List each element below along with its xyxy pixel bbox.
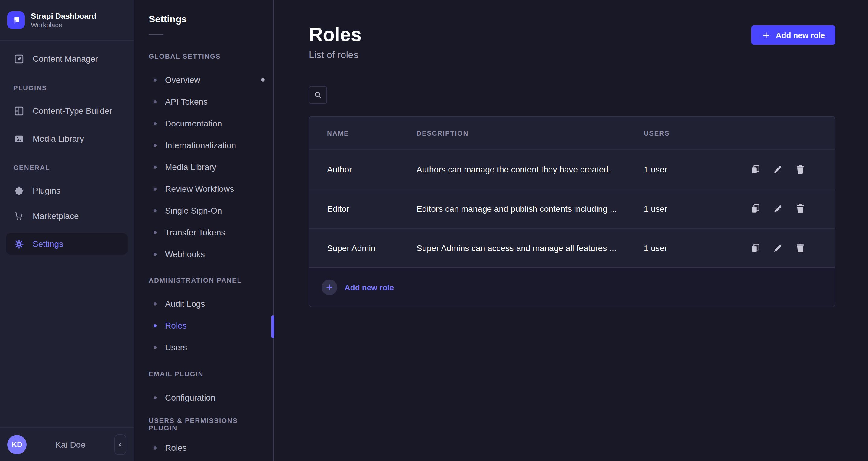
subnav-item-label: Overview bbox=[165, 75, 261, 85]
nav-item-label: Settings bbox=[33, 239, 63, 249]
edit-icon[interactable] bbox=[773, 164, 783, 175]
subnav-item-label: Media Library bbox=[165, 162, 216, 172]
table-row-author[interactable]: Author Authors can manage the content th… bbox=[309, 149, 835, 189]
plus-icon bbox=[762, 31, 771, 40]
plus-icon bbox=[321, 280, 337, 295]
strapi-logo-icon bbox=[7, 11, 25, 29]
subnav-item-label: Audit Logs bbox=[165, 299, 205, 309]
puzzle-icon bbox=[13, 185, 24, 196]
nav-item-media-library[interactable]: Media Library bbox=[6, 128, 128, 149]
subnav-item-media-library[interactable]: Media Library bbox=[134, 156, 273, 178]
subnav-section-email-plugin: EMAIL PLUGIN bbox=[134, 369, 273, 379]
nav-item-label: Marketplace bbox=[33, 211, 79, 221]
subnav-item-users[interactable]: Users bbox=[134, 336, 273, 358]
add-new-role-label: Add new role bbox=[776, 31, 825, 40]
layout-icon bbox=[13, 105, 24, 116]
nav-item-label: Content Manager bbox=[33, 54, 98, 63]
subnav-item-label: Users bbox=[165, 342, 187, 352]
nav-item-content-type-builder[interactable]: Content-Type Builder bbox=[6, 100, 128, 122]
collapse-nav-button[interactable] bbox=[114, 434, 126, 455]
row-actions bbox=[732, 164, 835, 175]
table-row-editor[interactable]: Editor Editors can manage and publish co… bbox=[309, 189, 835, 228]
subnav-item-audit-logs[interactable]: Audit Logs bbox=[134, 293, 273, 315]
nav-item-plugins[interactable]: Plugins bbox=[6, 180, 128, 201]
pen-square-icon bbox=[13, 53, 24, 64]
search-button[interactable] bbox=[309, 86, 327, 104]
strapi-admin-app: Strapi Dashboard Workplace Content Manag… bbox=[0, 0, 868, 461]
nav-item-label: Plugins bbox=[33, 186, 60, 195]
subnav-item-label: Roles bbox=[165, 321, 187, 330]
brand: Strapi Dashboard Workplace bbox=[0, 0, 133, 40]
delete-icon[interactable] bbox=[795, 203, 806, 214]
nav-section-general: GENERAL bbox=[6, 163, 128, 172]
edit-icon[interactable] bbox=[773, 203, 783, 214]
add-new-role-button[interactable]: Add new role bbox=[752, 25, 835, 45]
settings-subnav: Settings GLOBAL SETTINGS Overview API To… bbox=[134, 0, 274, 461]
subnav-item-label: Single Sign-On bbox=[165, 206, 222, 215]
cell-users: 1 user bbox=[644, 165, 732, 174]
cell-name: Super Admin bbox=[327, 243, 416, 253]
delete-icon[interactable] bbox=[795, 242, 806, 254]
main-nav-list: Content Manager PLUGINS Content-Type Bui… bbox=[0, 40, 133, 427]
subnav-item-single-sign-on[interactable]: Single Sign-On bbox=[134, 200, 273, 222]
subnav-item-roles[interactable]: Roles bbox=[134, 315, 273, 336]
nav-item-label: Content-Type Builder bbox=[33, 106, 112, 116]
duplicate-icon[interactable] bbox=[750, 164, 761, 175]
chevron-left-icon bbox=[117, 441, 123, 448]
nav-item-settings[interactable]: Settings bbox=[6, 233, 128, 255]
subnav-item-review-workflows[interactable]: Review Workflows bbox=[134, 178, 273, 200]
subnav-item-roles-up[interactable]: Roles bbox=[134, 437, 273, 459]
subnav-item-label: Review Workflows bbox=[165, 184, 234, 194]
cell-name: Editor bbox=[327, 204, 416, 213]
roles-table-card: NAME DESCRIPTION USERS Author Authors ca… bbox=[309, 116, 835, 307]
screen: Strapi Dashboard Workplace Content Manag… bbox=[0, 0, 868, 461]
nav-item-marketplace[interactable]: Marketplace bbox=[6, 205, 128, 227]
subnav-item-label: Internationalization bbox=[165, 140, 236, 150]
subnav-item-documentation[interactable]: Documentation bbox=[134, 113, 273, 134]
cart-icon bbox=[13, 210, 24, 222]
brand-subtitle: Workplace bbox=[31, 21, 96, 29]
column-header-name: NAME bbox=[327, 129, 416, 137]
subnav-item-webhooks[interactable]: Webhooks bbox=[134, 243, 273, 265]
subnav-item-label: Documentation bbox=[165, 119, 222, 128]
edit-icon[interactable] bbox=[773, 242, 783, 254]
subnav-divider bbox=[149, 34, 163, 35]
brand-title: Strapi Dashboard bbox=[31, 11, 96, 21]
subnav-item-label: Configuration bbox=[165, 393, 216, 402]
subnav-item-label: API Tokens bbox=[165, 97, 208, 107]
subnav-scrollbar-thumb[interactable] bbox=[271, 315, 274, 338]
user-row: KD Kai Doe bbox=[0, 427, 133, 461]
avatar[interactable]: KD bbox=[7, 435, 27, 454]
notification-dot bbox=[261, 78, 265, 82]
duplicate-icon[interactable] bbox=[750, 203, 761, 214]
page-subtitle: List of roles bbox=[309, 49, 835, 61]
cell-users: 1 user bbox=[644, 243, 732, 253]
subnav-section-global-settings: GLOBAL SETTINGS bbox=[134, 51, 273, 61]
table-row-super-admin[interactable]: Super Admin Super Admins can access and … bbox=[309, 228, 835, 267]
table-footer-add-role[interactable]: Add new role bbox=[309, 267, 835, 307]
delete-icon[interactable] bbox=[795, 164, 806, 175]
brand-text: Strapi Dashboard Workplace bbox=[31, 11, 96, 29]
subnav-item-label: Roles bbox=[165, 443, 187, 453]
main-nav: Strapi Dashboard Workplace Content Manag… bbox=[0, 0, 134, 461]
subnav-item-internationalization[interactable]: Internationalization bbox=[134, 134, 273, 156]
subnav-item-transfer-tokens[interactable]: Transfer Tokens bbox=[134, 222, 273, 243]
search-icon bbox=[314, 91, 322, 99]
subnav-item-label: Webhooks bbox=[165, 249, 205, 259]
row-actions bbox=[732, 203, 835, 214]
subnav-item-api-tokens[interactable]: API Tokens bbox=[134, 91, 273, 113]
main-content: Roles List of roles Add new role NAME DE… bbox=[274, 0, 868, 461]
row-actions bbox=[732, 242, 835, 254]
subnav-section-users-permissions-plugin: USERS & PERMISSIONS PLUGIN bbox=[134, 419, 273, 429]
cell-description: Authors can manage the content they have… bbox=[416, 165, 644, 174]
column-header-users: USERS bbox=[644, 129, 732, 137]
subnav-item-overview[interactable]: Overview bbox=[134, 69, 273, 91]
table-header-row: NAME DESCRIPTION USERS bbox=[309, 117, 835, 149]
footer-add-role-label: Add new role bbox=[345, 283, 394, 292]
duplicate-icon[interactable] bbox=[750, 242, 761, 254]
subnav-item-label: Transfer Tokens bbox=[165, 228, 225, 237]
nav-item-content-manager[interactable]: Content Manager bbox=[6, 48, 128, 69]
subnav-title: Settings bbox=[134, 13, 273, 25]
subnav-item-configuration[interactable]: Configuration bbox=[134, 386, 273, 408]
nav-item-label: Media Library bbox=[33, 134, 84, 143]
